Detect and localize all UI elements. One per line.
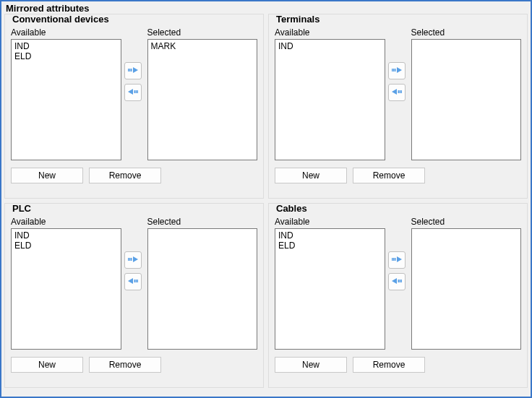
selected-list[interactable] [411,39,522,160]
selected-col: Selected MARK [147,25,258,160]
move-left-button[interactable] [388,273,406,290]
selected-list[interactable] [147,228,258,350]
list-item[interactable]: ELD [14,51,118,61]
arrow-left-icon [127,277,139,287]
available-list[interactable]: IND [275,39,385,160]
arrow-right-icon [127,255,139,266]
group-title: PLC [11,203,33,214]
button-row: New Remove [275,168,521,183]
svg-rect-18 [392,258,393,261]
available-label: Available [275,217,385,227]
svg-rect-13 [129,258,131,261]
selected-label: Selected [411,217,522,227]
available-col: Available INDELD [275,214,385,350]
arrow-left-icon [391,277,403,287]
move-left-button[interactable] [124,273,142,290]
selected-col: Selected [411,25,522,160]
panel-title: Mirrored attributes [1,1,531,14]
available-col: Available IND [275,25,385,160]
group-title: Terminals [275,14,321,25]
list-item[interactable]: MARK [151,41,254,51]
list-item[interactable]: IND [278,41,382,51]
svg-rect-21 [400,280,402,282]
svg-rect-19 [393,258,395,261]
svg-rect-1 [129,69,131,72]
svg-rect-7 [393,69,395,72]
selected-label: Selected [147,217,258,227]
selected-label: Selected [147,27,258,38]
arrow-left-icon [127,87,139,98]
available-label: Available [11,217,121,227]
transfer-buttons [388,25,408,101]
move-left-button[interactable] [124,84,142,101]
list-item[interactable]: ELD [14,241,118,251]
selected-col: Selected [411,214,522,350]
selected-list[interactable] [411,228,522,350]
group-plc: PLC Available INDELD [4,203,264,388]
svg-rect-6 [392,69,393,72]
button-row: New Remove [11,168,257,183]
remove-button[interactable]: Remove [353,168,425,183]
move-left-button[interactable] [388,84,406,101]
dual-list: Available IND Sele [275,25,521,160]
available-col: Available INDELD [11,214,121,350]
available-label: Available [11,27,121,38]
svg-rect-23 [398,280,399,282]
group-terminals: Terminals Available IND [268,14,528,199]
list-item[interactable]: ELD [278,241,382,251]
dual-list: Available INDELD S [11,214,257,350]
svg-rect-10 [399,90,400,93]
transfer-buttons [388,214,408,290]
available-list[interactable]: INDELD [11,228,121,350]
available-label: Available [275,27,385,38]
remove-button[interactable]: Remove [89,357,161,373]
svg-rect-14 [131,258,132,261]
group-cables: Cables Available INDELD [268,203,528,388]
settings-panel: Mirrored attributes Conventional devices… [0,0,532,398]
group-conventional-devices: Conventional devices Available INDELD [4,14,264,199]
move-right-button[interactable] [388,62,406,79]
svg-rect-5 [134,90,135,93]
move-right-button[interactable] [388,251,406,269]
svg-rect-4 [135,90,137,93]
available-list[interactable]: INDELD [11,39,121,160]
svg-rect-3 [137,90,138,93]
svg-rect-0 [128,69,129,72]
available-col: Available INDELD [11,25,121,160]
new-button[interactable]: New [11,168,83,183]
dual-list: Available INDELD S [275,214,521,350]
new-button[interactable]: New [275,168,347,183]
svg-rect-12 [128,258,129,261]
svg-rect-11 [398,90,399,93]
svg-rect-2 [131,69,132,72]
group-title: Cables [275,203,309,214]
transfer-buttons [124,25,145,101]
selected-list[interactable]: MARK [147,39,258,160]
svg-rect-8 [395,69,396,72]
button-row: New Remove [275,357,521,373]
arrow-right-icon [391,66,403,77]
arrow-left-icon [391,87,403,98]
list-item[interactable]: IND [14,41,118,51]
new-button[interactable]: New [11,357,83,373]
list-item[interactable]: IND [14,230,118,241]
svg-rect-16 [135,280,137,282]
available-list[interactable]: INDELD [275,228,385,350]
selected-label: Selected [411,27,522,38]
transfer-buttons [124,214,145,290]
groups-grid: Conventional devices Available INDELD [1,14,531,391]
svg-rect-15 [137,280,138,282]
svg-rect-22 [399,280,400,282]
remove-button[interactable]: Remove [89,168,161,183]
move-right-button[interactable] [124,251,142,269]
new-button[interactable]: New [275,357,347,373]
list-item[interactable]: IND [278,230,382,241]
dual-list: Available INDELD S [11,25,257,160]
selected-col: Selected [147,214,258,350]
move-right-button[interactable] [124,62,142,79]
remove-button[interactable]: Remove [353,357,425,373]
arrow-right-icon [127,66,139,77]
arrow-right-icon [391,255,403,266]
button-row: New Remove [11,357,257,373]
svg-rect-17 [134,280,135,282]
